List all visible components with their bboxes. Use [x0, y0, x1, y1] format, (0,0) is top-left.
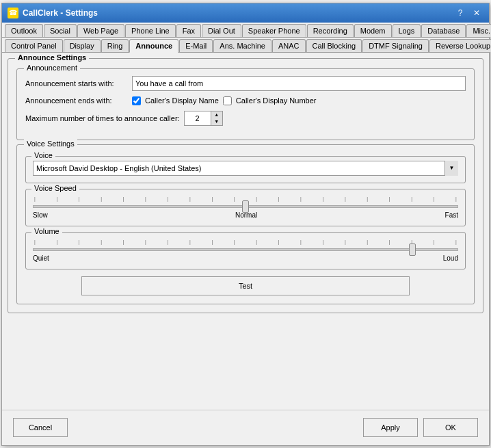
announcement-ends-row: Announcement ends with: Caller's Display… — [25, 96, 466, 105]
volume-group: Volume ||||| ||||| ||||| ||||| Quiet Lou… — [25, 232, 466, 269]
voice-settings-group: Voice Settings Voice Microsoft David Des… — [16, 144, 475, 304]
tab-logs[interactable]: Logs — [393, 24, 421, 37]
main-window: ☎ CallClerk - Settings ? ✕ Outlook Socia… — [1, 3, 490, 446]
title-bar: ☎ CallClerk - Settings ? ✕ — [2, 3, 489, 23]
announcement-starts-row: Announcement starts with: — [25, 76, 466, 91]
tab-social[interactable]: Social — [44, 24, 77, 37]
title-bar-left: ☎ CallClerk - Settings — [8, 8, 98, 18]
volume-quiet-label: Quiet — [33, 254, 49, 262]
tabs-row-2: Control Panel Display Ring Announce E-Ma… — [2, 38, 489, 53]
tab-ring[interactable]: Ring — [101, 39, 129, 52]
voice-select-wrapper: Microsoft David Desktop - English (Unite… — [33, 161, 458, 176]
ends-label: Announcement ends with: — [25, 96, 128, 105]
tab-modem[interactable]: Modem — [354, 24, 392, 37]
cancel-button[interactable]: Cancel — [13, 418, 68, 437]
display-name-label: Caller's Display Name — [145, 96, 219, 105]
announce-settings-label: Announce Settings — [15, 53, 89, 62]
announcement-group: Announcement Announcement starts with: A… — [16, 68, 475, 140]
starts-label: Announcement starts with: — [25, 79, 128, 88]
voice-group: Voice Microsoft David Desktop - English … — [25, 156, 466, 183]
tab-recording[interactable]: Recording — [307, 24, 354, 37]
tab-email[interactable]: E-Mail — [179, 39, 213, 52]
volume-slider-container: ||||| ||||| ||||| ||||| Quiet Loud — [33, 241, 458, 262]
speed-normal-label: Normal — [235, 211, 257, 219]
tab-misc[interactable]: Misc. — [466, 24, 491, 37]
tab-dial-out[interactable]: Dial Out — [202, 24, 241, 37]
announcement-group-label: Announcement — [24, 64, 80, 72]
tab-display[interactable]: Display — [64, 39, 101, 52]
display-number-checkbox[interactable] — [223, 96, 232, 105]
apply-button[interactable]: Apply — [363, 418, 418, 437]
voice-settings-label: Voice Settings — [24, 140, 77, 148]
tab-control-panel[interactable]: Control Panel — [5, 39, 63, 52]
tab-ans-machine[interactable]: Ans. Machine — [213, 39, 271, 52]
test-button[interactable]: Test — [81, 276, 410, 295]
starts-input[interactable] — [132, 76, 466, 91]
voice-group-label: Voice — [31, 151, 55, 159]
tabs-container: Outlook Social Web Page Phone Line Fax D… — [2, 23, 489, 53]
ends-checkboxes: Caller's Display Name Caller's Display N… — [132, 96, 317, 105]
test-btn-container: Test — [25, 276, 466, 295]
bottom-right-buttons: Apply OK — [363, 418, 478, 437]
tab-web-page[interactable]: Web Page — [77, 24, 124, 37]
tab-dtmf-signaling[interactable]: DTMF Signaling — [362, 39, 429, 52]
tab-database[interactable]: Database — [421, 24, 466, 37]
announce-settings-group: Announce Settings Announcement Announcem… — [8, 58, 483, 313]
spinner-buttons: ▲ ▼ — [211, 111, 223, 126]
tab-reverse-lookup[interactable]: Reverse Lookup — [429, 39, 491, 52]
bottom-bar: Cancel Apply OK — [2, 410, 489, 445]
voice-speed-slider[interactable] — [33, 205, 458, 208]
display-name-checkbox[interactable] — [132, 96, 141, 105]
speed-fast-label: Fast — [445, 211, 458, 219]
max-times-spinner: ▲ ▼ — [184, 111, 223, 126]
speed-slow-label: Slow — [33, 211, 48, 219]
tab-speaker-phone[interactable]: Speaker Phone — [242, 24, 306, 37]
max-times-input[interactable] — [184, 111, 211, 126]
voice-speed-slider-container: ||||| ||||| ||||| ||||| Slow Normal Fast — [33, 198, 458, 219]
help-button[interactable]: ? — [453, 7, 467, 19]
volume-label: Volume — [31, 227, 62, 235]
title-bar-controls: ? ✕ — [453, 7, 483, 19]
tab-phone-line[interactable]: Phone Line — [125, 24, 176, 37]
tabs-row-1: Outlook Social Web Page Phone Line Fax D… — [2, 23, 489, 38]
tab-fax[interactable]: Fax — [176, 24, 201, 37]
tab-anac[interactable]: ANAC — [272, 39, 306, 52]
volume-slider[interactable] — [33, 248, 458, 251]
app-icon: ☎ — [8, 8, 18, 18]
volume-loud-label: Loud — [443, 254, 458, 262]
max-times-row: Maximum number of times to announce call… — [25, 111, 466, 126]
tab-outlook[interactable]: Outlook — [5, 24, 43, 37]
voice-speed-group: Voice Speed ||||| ||||| ||||| ||||| Slow… — [25, 189, 466, 226]
spinner-up-button[interactable]: ▲ — [211, 111, 222, 118]
tab-announce[interactable]: Announce — [129, 39, 178, 53]
voice-speed-label: Voice Speed — [31, 184, 79, 192]
main-content: Announce Settings Announcement Announcem… — [2, 53, 489, 410]
max-times-label: Maximum number of times to announce call… — [25, 114, 180, 122]
tab-call-blocking[interactable]: Call Blocking — [306, 39, 362, 52]
display-number-label: Caller's Display Number — [236, 96, 317, 105]
close-button[interactable]: ✕ — [470, 7, 483, 19]
window-title: CallClerk - Settings — [23, 8, 98, 18]
ok-button[interactable]: OK — [423, 418, 478, 437]
voice-select[interactable]: Microsoft David Desktop - English (Unite… — [33, 161, 458, 176]
spinner-down-button[interactable]: ▼ — [211, 118, 222, 125]
